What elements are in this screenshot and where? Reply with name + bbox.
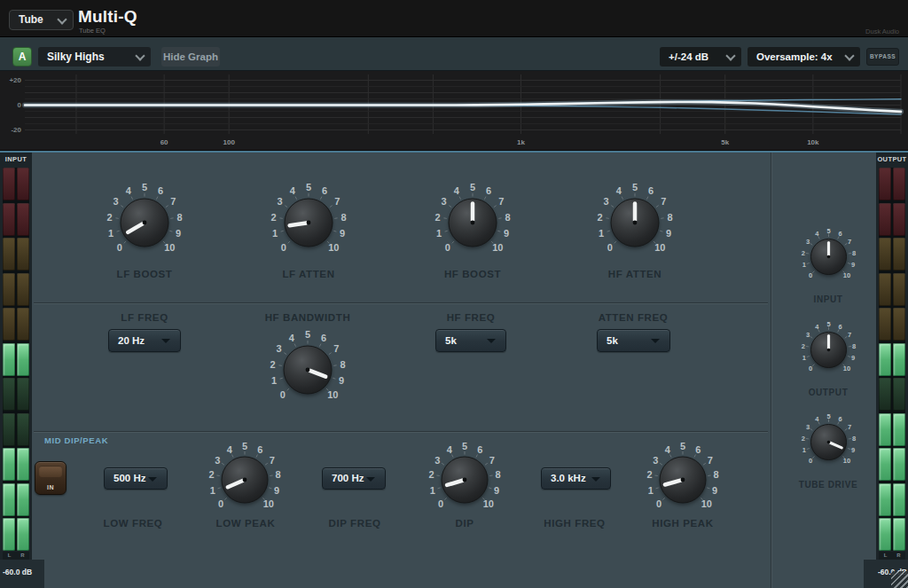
meter-channel	[879, 168, 891, 551]
svg-text:2: 2	[646, 469, 652, 480]
svg-text:7: 7	[498, 196, 504, 207]
svg-text:0: 0	[280, 389, 286, 400]
low-freq-select[interactable]: 500 Hz	[104, 467, 168, 490]
model-select[interactable]: Tube	[9, 10, 74, 30]
svg-text:2: 2	[801, 248, 804, 256]
svg-text:7: 7	[847, 238, 850, 246]
svg-text:4: 4	[616, 185, 622, 196]
dip-freq-select[interactable]: 700 Hz	[322, 467, 386, 490]
svg-text:10: 10	[263, 498, 274, 509]
meter-segment	[879, 273, 891, 306]
svg-text:9: 9	[666, 228, 671, 239]
svg-text:10: 10	[842, 270, 849, 278]
svg-text:2: 2	[434, 212, 440, 223]
svg-text:6: 6	[695, 444, 701, 455]
meter-channel	[17, 168, 29, 551]
svg-text:7: 7	[847, 423, 850, 431]
meter-segment	[17, 238, 29, 270]
svg-text:10: 10	[701, 498, 712, 509]
svg-text:2: 2	[801, 341, 804, 349]
graph-x-tick: 5k	[712, 138, 739, 146]
input-meter-channel-labels: LR	[3, 552, 29, 560]
svg-text:5: 5	[826, 227, 830, 235]
svg-text:3: 3	[442, 196, 447, 207]
svg-text:1: 1	[108, 228, 114, 239]
svg-text:6: 6	[486, 185, 491, 196]
hf-freq-select[interactable]: 5k	[435, 329, 506, 352]
chevron-down-icon	[137, 52, 143, 59]
svg-text:4: 4	[289, 333, 295, 343]
ab-compare-button[interactable]: A	[12, 47, 32, 67]
lf-boost-label: LF BOOST	[74, 269, 215, 279]
svg-text:7: 7	[708, 455, 713, 466]
meter-segment	[879, 448, 891, 481]
mid-in-button[interactable]: IN	[35, 461, 67, 495]
meter-segment	[3, 518, 15, 551]
svg-text:0: 0	[607, 242, 613, 253]
meter-segment	[3, 238, 15, 270]
preset-select[interactable]: Silky Highs	[38, 47, 151, 67]
input-gain-knob-svg: 012345678910	[793, 221, 865, 293]
meter-segment	[17, 203, 29, 236]
meter-segment	[3, 448, 15, 481]
meter-segment	[879, 308, 891, 341]
section-divider	[771, 153, 772, 588]
atten-freq-label: ATTEN FREQ	[562, 312, 704, 323]
svg-text:6: 6	[257, 444, 262, 455]
atten-freq-value: 5k	[607, 335, 618, 346]
svg-text:2: 2	[597, 212, 602, 223]
svg-text:10: 10	[483, 498, 494, 509]
svg-text:3: 3	[805, 331, 809, 339]
dip-freq-value: 700 Hz	[332, 473, 364, 483]
lf-freq-select[interactable]: 20 Hz	[108, 329, 181, 352]
svg-text:8: 8	[852, 341, 856, 349]
svg-text:3: 3	[653, 455, 658, 466]
svg-text:7: 7	[333, 343, 339, 354]
meter-segment	[893, 448, 905, 481]
svg-text:8: 8	[340, 359, 345, 370]
svg-text:7: 7	[170, 196, 176, 207]
input-meter-bars	[3, 168, 29, 551]
svg-text:10: 10	[492, 242, 503, 253]
svg-text:10: 10	[654, 242, 665, 253]
graph-x-tick: 10k	[800, 138, 826, 146]
resize-grip[interactable]	[891, 571, 908, 588]
meter-segment	[3, 378, 15, 411]
chevron-down-icon	[59, 16, 65, 22]
svg-text:2: 2	[270, 359, 275, 370]
mid-section-title: MID DIP/PEAK	[44, 435, 108, 445]
dropdown-arrow-icon	[161, 339, 170, 343]
svg-text:5: 5	[306, 182, 311, 192]
svg-text:8: 8	[505, 212, 510, 223]
svg-text:3: 3	[805, 423, 809, 431]
svg-text:5: 5	[632, 182, 638, 192]
atten-freq-select[interactable]: 5k	[597, 329, 670, 352]
db-range-select[interactable]: +/-24 dB	[660, 47, 741, 67]
svg-text:5: 5	[680, 441, 685, 451]
meter-segment	[17, 518, 29, 551]
input-meter: INPUT LR	[0, 153, 32, 560]
meter-segment	[893, 308, 905, 341]
svg-text:9: 9	[850, 354, 854, 362]
meter-segment	[3, 273, 15, 306]
svg-text:3: 3	[805, 238, 809, 246]
svg-text:0: 0	[438, 498, 443, 509]
bypass-button[interactable]: BYPASS	[866, 48, 899, 66]
svg-text:0: 0	[218, 498, 223, 509]
plugin-subtitle: Tube EQ	[79, 27, 106, 35]
graph-y-tick: 0	[2, 101, 21, 109]
meter-segment	[17, 378, 29, 411]
hf-freq-value: 5k	[445, 335, 457, 346]
hf-boost-knob-svg: 012345678910	[424, 174, 521, 271]
svg-text:2: 2	[106, 212, 112, 223]
channel-label: R	[892, 552, 905, 560]
oversample-select[interactable]: Oversample: 4x	[748, 47, 860, 67]
high-freq-select[interactable]: 3.0 kHz	[541, 467, 611, 490]
svg-text:2: 2	[270, 212, 276, 223]
svg-text:1: 1	[802, 261, 805, 269]
meter-segment	[879, 483, 891, 516]
svg-text:0: 0	[656, 498, 661, 509]
svg-text:3: 3	[114, 196, 119, 207]
hide-graph-button[interactable]: Hide Graph	[161, 47, 220, 67]
svg-text:7: 7	[334, 196, 340, 207]
